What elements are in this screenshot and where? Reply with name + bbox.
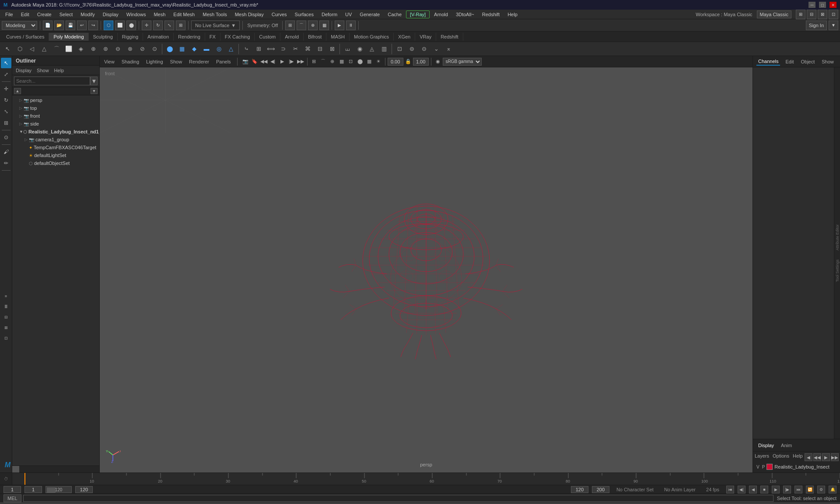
play-back-btn[interactable]: ◀ — [749, 486, 757, 494]
unfold-btn[interactable]: ⊡ — [394, 43, 405, 55]
select-btn[interactable]: ⬡ — [104, 21, 113, 30]
tab-animation[interactable]: Animation — [143, 33, 174, 41]
go-to-start-btn[interactable]: ⏮ — [726, 486, 734, 494]
menu-redshift[interactable]: Redshift — [479, 11, 503, 18]
notification-btn[interactable]: 🔔 — [829, 486, 836, 494]
rpb-tab-anim[interactable]: Anim — [779, 442, 794, 449]
tab-bifrost[interactable]: Bifrost — [304, 33, 326, 41]
paint-btn[interactable]: ⬤ — [126, 21, 136, 30]
outliner-item-persp[interactable]: ▷ 📷 persp — [12, 96, 99, 104]
menu-display[interactable]: Display — [99, 11, 122, 18]
rp-tab-channels[interactable]: Channels — [756, 58, 780, 66]
tab-xgen[interactable]: XGen — [394, 33, 415, 41]
tab-motion-graphics[interactable]: Motion Graphics — [350, 33, 394, 41]
vp-display-all-lights[interactable]: ☀ — [374, 57, 383, 66]
vp-snap-surface[interactable]: ▦ — [337, 57, 346, 66]
outliner-collapse-all[interactable]: ▼ — [91, 88, 98, 94]
menu-file[interactable]: File — [2, 11, 17, 18]
menu-select[interactable]: Select — [56, 11, 77, 18]
menu-3dtoa[interactable]: 3DtoAll~ — [452, 11, 478, 18]
minimize-button[interactable]: ─ — [808, 2, 816, 8]
play-fwd-btn[interactable]: ▶ — [772, 486, 780, 494]
end-frame-input[interactable] — [75, 486, 93, 493]
universal-tool-btn[interactable]: ⊞ — [1, 118, 11, 128]
attribute-editor-label[interactable]: Attribute Editor — [835, 224, 840, 251]
vp-display-shaded[interactable]: ⬤ — [356, 57, 364, 66]
outliner-item-top[interactable]: ▷ 📷 top — [12, 104, 99, 112]
rpb-tab-display[interactable]: Display — [756, 442, 776, 449]
menu-windows[interactable]: Windows — [123, 11, 150, 18]
rp-tab-edit[interactable]: Edit — [784, 58, 795, 65]
render-btn[interactable]: ▶ — [335, 21, 344, 30]
tab-arnold[interactable]: Arnold — [280, 33, 304, 41]
menu-mesh-display[interactable]: Mesh Display — [231, 11, 267, 18]
outliner-scroll-up[interactable]: ▲ — [14, 88, 21, 94]
tab-mash[interactable]: MASH — [326, 33, 350, 41]
select-face-btn[interactable]: ⬜ — [63, 43, 74, 55]
select-shell-btn[interactable]: ⊗ — [124, 43, 136, 55]
vp-menu-renderer[interactable]: Renderer — [186, 58, 212, 65]
outliner-search-input[interactable] — [14, 77, 90, 85]
display-layer-btn[interactable]: ≡ — [1, 291, 11, 301]
workspace-btn3[interactable]: ⊠ — [818, 10, 827, 19]
menu-uv[interactable]: UV — [342, 11, 355, 18]
outliner-item-ladybug-group[interactable]: ▼ ⬡ Realistic_Ladybug_Insect_nd1_1 — [12, 128, 99, 136]
vp-snap-pt[interactable]: ⊕ — [328, 57, 337, 66]
playback-range-bar[interactable]: 120 — [46, 486, 72, 493]
soft-select-btn[interactable]: ⊙ — [1, 132, 11, 143]
tool-settings-label[interactable]: Tool Settings — [835, 259, 840, 282]
multi-cut-btn[interactable]: ⌘ — [302, 43, 313, 55]
open-btn[interactable]: 📂 — [54, 21, 64, 30]
outliner-item-default-lightset[interactable]: ☀ defaultLightSet — [12, 151, 99, 159]
vp-prev-frame[interactable]: ◀◀ — [259, 57, 268, 66]
insert-loop-btn[interactable]: ⊟ — [314, 43, 326, 55]
workspace-btn4[interactable]: ⊡ — [829, 10, 838, 19]
mode-select[interactable]: Modeling Rigging Animation Rendering FX — [2, 21, 37, 30]
plane-btn[interactable]: ▬ — [201, 43, 212, 55]
snap-grid-btn[interactable]: ⊞ — [285, 21, 295, 30]
rotate-btn[interactable]: ↻ — [153, 21, 163, 30]
layer-item-realistic-ladybug[interactable]: V P Realistic_Ladybug_Insect — [755, 463, 838, 471]
select-tool-btn[interactable]: ↖ — [1, 58, 11, 68]
menu-mesh[interactable]: Mesh — [150, 11, 169, 18]
redo-btn[interactable]: ↪ — [88, 21, 98, 30]
menu-help[interactable]: Help — [504, 11, 521, 18]
channel-box-btn[interactable]: ⊟ — [1, 312, 11, 322]
snap-point-btn[interactable]: ⊕ — [308, 21, 318, 30]
vp-gamma-icon[interactable]: ◉ — [434, 57, 442, 66]
cut-uv-btn[interactable]: ⌄ — [430, 43, 442, 55]
outliner-scroll-thumb[interactable] — [12, 466, 19, 472]
tab-curves-surfaces[interactable]: Curves / Surfaces — [2, 33, 49, 41]
outliner-item-camera1group[interactable]: ▷ 📷 camera1_group — [12, 136, 99, 144]
layer-next-btn[interactable]: ▶ — [822, 453, 830, 461]
offset-loop-btn[interactable]: ⊠ — [326, 43, 338, 55]
menu-arnold[interactable]: Arnold — [430, 11, 452, 18]
tab-sculpting[interactable]: Sculpting — [89, 33, 118, 41]
outliner-item-tempcam[interactable]: ✦ TempCamFBXASC046Target — [12, 144, 99, 151]
snap-surface-btn[interactable]: ▦ — [319, 21, 329, 30]
vp-gamma-select[interactable]: sRGB gamma Linear — [443, 58, 482, 66]
vp-snap-curve[interactable]: ⌒ — [319, 57, 328, 66]
mel-input[interactable] — [23, 495, 774, 502]
layer-color-box[interactable] — [766, 464, 773, 470]
lasso-tool-btn[interactable]: ⤢ — [1, 69, 11, 80]
vp-num-input2[interactable] — [413, 58, 429, 66]
select-arrow-btn[interactable]: ↖ — [2, 43, 13, 55]
vp-lock-btn[interactable]: 🔒 — [404, 57, 413, 66]
move-btn[interactable]: ✛ — [142, 21, 151, 30]
cylinder-btn[interactable]: ◆ — [189, 43, 200, 55]
vp-display-texture[interactable]: ▦ — [365, 57, 374, 66]
vp-display-wireframe[interactable]: ⊡ — [346, 57, 355, 66]
rotate-tool-btn[interactable]: ↻ — [1, 95, 11, 105]
relax-btn[interactable]: ⊜ — [406, 43, 417, 55]
menu-deform[interactable]: Deform — [318, 11, 341, 18]
tab-fx[interactable]: FX — [205, 33, 220, 41]
outliner-item-front[interactable]: ▷ 📷 front — [12, 112, 99, 120]
menu-edit-mesh[interactable]: Edit Mesh — [170, 11, 198, 18]
outliner-display-menu[interactable]: Display — [14, 67, 33, 74]
sculpt-btn[interactable]: ✏ — [1, 158, 11, 168]
select-loop-btn[interactable]: ⊖ — [112, 43, 123, 55]
menu-edit[interactable]: Edit — [18, 11, 33, 18]
select-component-btn[interactable]: △ — [38, 43, 50, 55]
layer-prev-btn[interactable]: ◀ — [805, 453, 812, 461]
